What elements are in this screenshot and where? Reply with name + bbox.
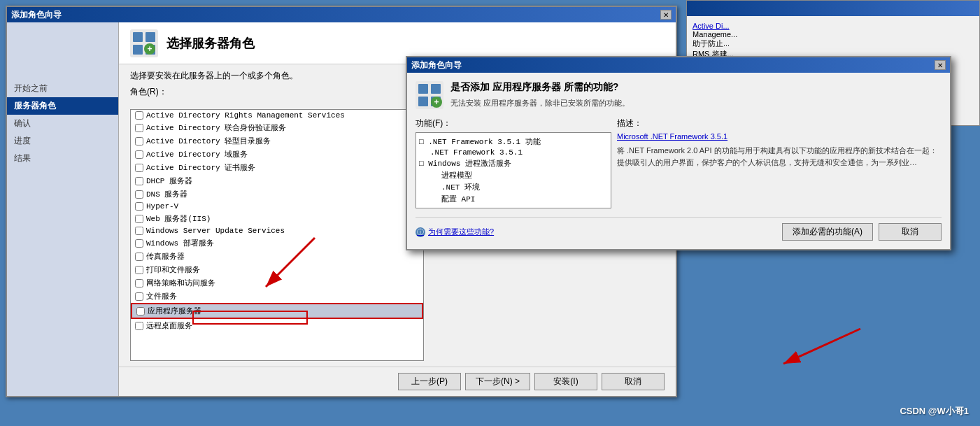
main-close-button[interactable]: ✕	[660, 10, 672, 20]
role-checkbox-9[interactable]	[135, 227, 143, 235]
role-label-14: 文件服务	[146, 291, 177, 301]
feature-item-4: .NET 环境	[419, 181, 608, 193]
dialog-question-subtitle: 无法安装 应用程序服务器，除非已安装所需的功能。	[450, 98, 630, 108]
bg-dialog-titlebar	[687, 1, 979, 16]
cancel-main-button[interactable]: 取消	[602, 373, 665, 390]
dialog-title: 添加角色向导	[411, 59, 462, 71]
feature-item-0: □ .NET Framework 3.5.1 功能	[419, 136, 608, 148]
role-item-13[interactable]: 网络策略和访问服务	[131, 276, 423, 290]
dialog-columns: 功能(F)： □ .NET Framework 3.5.1 功能.NET Fra…	[416, 118, 942, 208]
bg-active-link[interactable]: Active Di...	[693, 22, 730, 30]
role-label-16: 远程桌面服务	[146, 320, 192, 331]
dialog-desc-col: 描述： Microsoft .NET Framework 3.5.1 将 .NE…	[617, 118, 942, 208]
watermark: CSDN @W小哥1	[900, 405, 969, 418]
role-checkbox-10[interactable]	[135, 239, 143, 248]
add-features-button[interactable]: 添加必需的功能(A)	[782, 223, 873, 241]
dialog-cancel-button[interactable]: 取消	[879, 223, 942, 241]
role-item-0[interactable]: Active Directory Rights Management Servi…	[131, 110, 423, 121]
prev-button[interactable]: 上一步(P)	[398, 373, 461, 390]
feature-item-1: .NET Framework 3.5.1	[419, 148, 608, 157]
role-checkbox-11[interactable]	[135, 253, 143, 261]
role-item-9[interactable]: Windows Server Update Services	[131, 225, 423, 236]
role-label-15: 应用程序服务器	[148, 306, 201, 316]
role-checkbox-1[interactable]	[135, 124, 143, 132]
role-label-3: Active Directory 域服务	[146, 149, 248, 159]
sidebar-nav: 开始之前服务器角色确认进度结果	[7, 80, 118, 167]
role-label-6: DNS 服务器	[146, 189, 187, 199]
role-item-8[interactable]: Web 服务器(IIS)	[131, 212, 423, 225]
dialog-desc-label: 描述：	[617, 118, 942, 129]
bg-text2: 助于防止...	[693, 39, 730, 48]
role-checkbox-0[interactable]	[135, 111, 143, 120]
role-checkbox-14[interactable]	[135, 292, 143, 301]
role-item-16[interactable]: 远程桌面服务	[131, 319, 423, 332]
role-item-10[interactable]: Windows 部署服务	[131, 236, 423, 250]
sidebar-item-3[interactable]: 进度	[7, 132, 118, 150]
role-label-11: 传真服务器	[146, 251, 185, 262]
role-checkbox-7[interactable]	[135, 202, 143, 211]
role-label-5: DHCP 服务器	[146, 176, 192, 186]
dialog-titlebar: 添加角色向导 ✕	[407, 57, 950, 73]
wizard-header-title: 选择服务器角色	[166, 35, 255, 52]
role-checkbox-8[interactable]	[135, 215, 143, 223]
role-label-2: Active Directory 轻型目录服务	[146, 136, 271, 146]
svg-line-17	[783, 329, 860, 364]
role-checkbox-13[interactable]	[135, 279, 143, 287]
dialog-close-button[interactable]: ✕	[935, 60, 946, 70]
role-item-1[interactable]: Active Directory 联合身份验证服务	[131, 121, 423, 134]
sidebar-item-4[interactable]: 结果	[7, 150, 118, 167]
roles-list[interactable]: Active Directory Rights Management Servi…	[130, 109, 424, 361]
dialog-icon: +	[416, 81, 443, 109]
role-item-12[interactable]: 打印和文件服务	[131, 263, 423, 276]
svg-rect-12	[418, 97, 428, 106]
roles-list-items: Active Directory Rights Management Servi…	[131, 110, 423, 332]
svg-rect-3	[133, 45, 143, 55]
sidebar-item-0[interactable]: 开始之前	[7, 80, 118, 97]
svg-text:+: +	[147, 44, 152, 54]
role-item-6[interactable]: DNS 服务器	[131, 187, 423, 201]
dialog-question-text: 是否添加 应用程序服务器 所需的功能? 无法安装 应用程序服务器，除非已安装所需…	[450, 81, 630, 108]
feature-item-3: 进程模型	[419, 169, 608, 181]
role-item-2[interactable]: Active Directory 轻型目录服务	[131, 134, 423, 148]
role-item-11[interactable]: 传真服务器	[131, 250, 423, 263]
red-arrow-2-annotation	[762, 322, 874, 378]
svg-rect-2	[145, 32, 155, 42]
role-label-7: Hyper-V	[146, 202, 178, 211]
role-label-8: Web 服务器(IIS)	[146, 213, 211, 224]
role-label-12: 打印和文件服务	[146, 264, 200, 275]
why-link[interactable]: ⓘ 为何需要这些功能?	[416, 227, 494, 237]
role-checkbox-5[interactable]	[135, 177, 143, 185]
role-item-5[interactable]: DHCP 服务器	[131, 174, 423, 187]
role-checkbox-4[interactable]	[135, 164, 143, 172]
add-features-dialog: 添加角色向导 ✕ + 是否添加 应用程序服务器 所需的功能? 无法安装 应用程序…	[406, 56, 951, 250]
role-item-14[interactable]: 文件服务	[131, 290, 423, 303]
role-label-10: Windows 部署服务	[146, 238, 214, 248]
why-link-text[interactable]: 为何需要这些功能?	[428, 227, 494, 237]
dialog-question-area: + 是否添加 应用程序服务器 所需的功能? 无法安装 应用程序服务器，除非已安装…	[416, 81, 942, 109]
dialog-footer: ⓘ 为何需要这些功能? 添加必需的功能(A) 取消	[416, 217, 942, 241]
sidebar-item-2[interactable]: 确认	[7, 115, 118, 132]
role-item-4[interactable]: Active Directory 证书服务	[131, 161, 423, 174]
role-item-15[interactable]: 应用程序服务器	[131, 303, 423, 319]
dialog-features-col: 功能(F)： □ .NET Framework 3.5.1 功能.NET Fra…	[416, 118, 611, 208]
role-checkbox-2[interactable]	[135, 137, 143, 145]
role-checkbox-12[interactable]	[135, 266, 143, 274]
dialog-question-title: 是否添加 应用程序服务器 所需的功能?	[450, 81, 630, 94]
role-checkbox-6[interactable]	[135, 190, 143, 199]
role-label-1: Active Directory 联合身份验证服务	[146, 122, 286, 133]
role-label-9: Windows Server Update Services	[146, 227, 285, 235]
role-checkbox-15[interactable]	[136, 307, 145, 315]
install-button[interactable]: 安装(I)	[534, 373, 597, 390]
main-window-title: 添加角色向导	[11, 9, 62, 21]
feature-item-5: 配置 API	[419, 193, 608, 205]
role-item-7[interactable]: Hyper-V	[131, 201, 423, 212]
role-item-3[interactable]: Active Directory 域服务	[131, 148, 423, 161]
desc-link[interactable]: Microsoft .NET Framework 3.5.1	[617, 132, 942, 141]
main-titlebar: 添加角色向导 ✕	[7, 7, 676, 22]
next-button[interactable]: 下一步(N) >	[465, 373, 530, 390]
svg-text:+: +	[434, 97, 439, 107]
role-checkbox-3[interactable]	[135, 150, 143, 159]
sidebar-item-1[interactable]: 服务器角色	[7, 97, 118, 115]
wizard-sidebar: 开始之前服务器角色确认进度结果	[7, 22, 119, 396]
role-checkbox-16[interactable]	[135, 322, 143, 330]
